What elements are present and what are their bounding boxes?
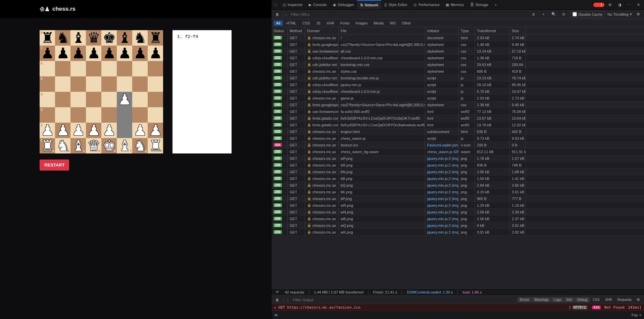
- col-header[interactable]: Type: [459, 27, 475, 34]
- square-g3[interactable]: [132, 107, 148, 123]
- tab-console[interactable]: ▶Console: [306, 0, 330, 9]
- piece[interactable]: ♟: [56, 123, 69, 138]
- filter-images[interactable]: Images: [353, 20, 370, 26]
- square-f3[interactable]: [117, 107, 132, 123]
- square-e1[interactable]: e♚: [101, 138, 117, 153]
- gear-icon[interactable]: ⚙: [635, 11, 642, 18]
- piece[interactable]: ♝: [118, 138, 131, 153]
- tab-style-editor[interactable]: {}Style Editor: [381, 0, 410, 9]
- piece[interactable]: ♟: [118, 46, 131, 61]
- square-h2[interactable]: ♟: [148, 123, 163, 138]
- dock-icon[interactable]: ◨: [616, 1, 623, 8]
- square-b8[interactable]: ♞: [55, 30, 70, 46]
- block-icon[interactable]: ⊘: [560, 11, 567, 18]
- restart-button[interactable]: RESTART: [40, 160, 69, 171]
- table-row[interactable]: 200GET🔒chessrs.mc.axbR.pngjquery.min.js:…: [271, 162, 644, 169]
- square-f1[interactable]: f♝: [117, 138, 132, 153]
- col-header[interactable]: [526, 27, 530, 34]
- square-a3[interactable]: 3: [40, 107, 55, 123]
- square-f8[interactable]: ♝: [117, 30, 132, 46]
- table-row[interactable]: 200GET🔒cdn.jsdelivr.netbootstrap.bundle.…: [271, 75, 644, 81]
- col-header[interactable]: Initiator: [425, 27, 459, 34]
- square-e4[interactable]: [101, 92, 117, 107]
- square-h3[interactable]: [148, 107, 163, 123]
- square-d1[interactable]: d♛: [86, 138, 101, 153]
- piece[interactable]: ♟: [134, 46, 147, 61]
- tab-memory[interactable]: ▦Memory: [443, 0, 467, 9]
- col-header[interactable]: Size: [510, 27, 526, 34]
- square-h6[interactable]: [148, 61, 163, 76]
- square-a1[interactable]: 1a♜: [40, 138, 55, 153]
- tab-inspector[interactable]: ◫Inspector: [280, 0, 306, 9]
- table-row[interactable]: 200GET🔒chessrs.mc.axengine.htmlsubdocume…: [271, 128, 644, 135]
- console-filter-xhr[interactable]: XHR: [603, 297, 614, 302]
- piece[interactable]: ♟: [56, 46, 69, 61]
- piece[interactable]: ♟: [134, 123, 147, 138]
- table-row[interactable]: 200GET🔒use.fontawesom...fa-solid-900.wof…: [271, 108, 644, 115]
- filter-html[interactable]: HTML: [284, 20, 299, 26]
- piece[interactable]: ♟: [41, 46, 54, 61]
- square-b3[interactable]: [55, 107, 70, 123]
- tab-storage[interactable]: 🗄Storage: [467, 0, 492, 9]
- square-f6[interactable]: [117, 61, 132, 76]
- throttling-dropdown[interactable]: No Throttling▾: [607, 12, 632, 16]
- col-header[interactable]: Status: [271, 27, 288, 34]
- pause-icon[interactable]: ⏸: [530, 11, 537, 18]
- table-row[interactable]: 200GET🔒cdn.jsdelivr.netbootstrap.min.css…: [271, 61, 644, 68]
- square-a4[interactable]: 4: [40, 92, 55, 107]
- col-header[interactable]: Domain: [305, 27, 339, 34]
- table-row[interactable]: 404GET🔒chessrs.mc.axfavicon.icoFaviconLo…: [271, 142, 644, 148]
- pick-element-icon[interactable]: ⬚: [271, 1, 279, 8]
- square-g4[interactable]: [132, 92, 148, 107]
- tab-debugger[interactable]: ◉Debugger: [330, 0, 357, 9]
- piece[interactable]: ♞: [134, 30, 147, 45]
- col-header[interactable]: File: [339, 27, 425, 34]
- console-filter-logs[interactable]: Logs: [551, 297, 563, 302]
- piece[interactable]: ♜: [41, 30, 54, 45]
- square-e8[interactable]: ♚: [101, 30, 117, 46]
- piece[interactable]: ♞: [56, 30, 69, 45]
- console-prompt[interactable]: ≫ Top▾: [271, 311, 644, 319]
- console-request-row[interactable]: ▸ GET https://chessrs.mc.ax/favicon.ico …: [271, 304, 644, 311]
- square-c2[interactable]: ♟: [70, 123, 86, 138]
- piece[interactable]: ♟: [72, 46, 85, 61]
- square-d3[interactable]: [86, 107, 101, 123]
- trash-icon[interactable]: 🗑: [274, 11, 281, 18]
- square-a5[interactable]: 5: [40, 76, 55, 92]
- network-table-body[interactable]: 200GET🔒chessrs.mc.ax/documenthtml2.93 kB…: [271, 35, 644, 288]
- table-row[interactable]: 200GET🔒fonts.gstatic.com6xKydSBYKcSV-LCo…: [271, 122, 644, 128]
- table-row[interactable]: 200GET🔒chessrs.mc.axbP.pngjquery.min.js:…: [271, 195, 644, 202]
- table-row[interactable]: 200GET🔒chessrs.mc.axstyles.cssstylesheet…: [271, 68, 644, 75]
- square-g5[interactable]: [132, 76, 148, 92]
- console-trash-icon[interactable]: 🗑: [274, 296, 281, 304]
- piece[interactable]: ♟: [103, 46, 116, 61]
- filter-all[interactable]: All: [274, 20, 283, 26]
- square-d5[interactable]: [86, 76, 101, 92]
- square-d4[interactable]: [86, 92, 101, 107]
- square-c5[interactable]: [70, 76, 86, 92]
- square-c7[interactable]: ♟: [70, 46, 86, 61]
- piece[interactable]: ♟: [118, 92, 131, 107]
- square-g1[interactable]: g♞: [132, 138, 148, 153]
- table-row[interactable]: 200GET🔒chessrs.mc.axwQ.pngjquery.min.js:…: [271, 222, 644, 229]
- square-a8[interactable]: 8♜: [40, 30, 55, 46]
- table-row[interactable]: 200GET🔒fonts.gstatic.com6xK3dSBYKcSV-LCo…: [271, 115, 644, 122]
- table-row[interactable]: 200GET🔒use.fontawesom...all.cssstyleshee…: [271, 48, 644, 55]
- table-row[interactable]: 200GET🔒cdnjs.cloudflare.c...chessboard-1…: [271, 55, 644, 61]
- console-gear-icon[interactable]: ⚙: [635, 296, 642, 304]
- square-b6[interactable]: [55, 61, 70, 76]
- square-d2[interactable]: ♟: [86, 123, 101, 138]
- square-d8[interactable]: ♛: [86, 30, 101, 46]
- console-filter-debug[interactable]: Debug: [575, 297, 590, 302]
- console-filter-css[interactable]: CSS: [590, 297, 602, 302]
- table-row[interactable]: 200GET🔒chessrs.mc.axwK.pngjquery.min.js:…: [271, 229, 644, 236]
- table-row[interactable]: 200GET🔒chessrs.mc.axbK.pngjquery.min.js:…: [271, 189, 644, 195]
- piece[interactable]: ♝: [118, 30, 131, 45]
- table-row[interactable]: 200GET🔒fonts.googleapis....css2?family=S…: [271, 41, 644, 48]
- console-scope[interactable]: Top▾: [631, 313, 642, 317]
- table-row[interactable]: 200GET🔒chessrs.mc.axbQ.pngjquery.min.js:…: [271, 182, 644, 189]
- piece[interactable]: ♜: [149, 30, 162, 45]
- filter-fonts[interactable]: Fonts: [338, 20, 352, 26]
- search-icon[interactable]: 🔍: [550, 11, 557, 18]
- square-e3[interactable]: [101, 107, 117, 123]
